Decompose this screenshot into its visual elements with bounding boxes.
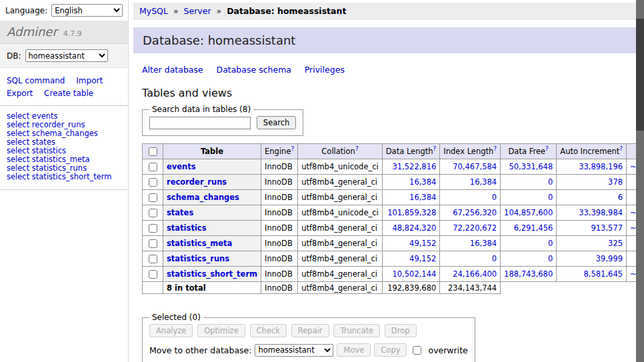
- table-name-link[interactable]: statistics_short_term: [167, 269, 257, 279]
- database-action-link[interactable]: Privileges: [305, 65, 345, 75]
- data-length-link[interactable]: 48,824,320: [392, 223, 436, 233]
- index-length-link[interactable]: 0: [492, 254, 497, 263]
- row-checkbox[interactable]: [149, 178, 157, 187]
- data-free-link[interactable]: 0: [548, 193, 553, 202]
- data-length-link[interactable]: 16,384: [409, 177, 436, 187]
- table-name-link[interactable]: statistics_runs: [167, 254, 229, 263]
- index-length-link[interactable]: 67,256,320: [453, 208, 497, 217]
- app-title-block: Adminer 4.7.9: [0, 21, 128, 44]
- auto-increment-link[interactable]: 378: [608, 177, 623, 187]
- data-free-link[interactable]: 0: [548, 177, 553, 187]
- data-length-link[interactable]: 101,859,328: [387, 208, 436, 217]
- data-free-link[interactable]: 0: [548, 239, 553, 248]
- sidebar-table-link[interactable]: select statistics_runs: [7, 163, 87, 173]
- data-length-link[interactable]: 10,502,144: [392, 269, 436, 279]
- sidebar-table-link[interactable]: select statistics: [7, 146, 66, 155]
- app-version: 4.7.9: [63, 29, 82, 38]
- database-action-link[interactable]: Database schema: [217, 65, 291, 75]
- sidebar-table-link[interactable]: select statistics_meta: [7, 155, 90, 164]
- table-name-link[interactable]: schema_changes: [167, 193, 239, 202]
- column-help-link[interactable]: ?: [355, 145, 359, 152]
- row-checkbox[interactable]: [149, 255, 157, 263]
- row-checkbox[interactable]: [149, 239, 157, 248]
- bulk-action-button[interactable]: Repair: [291, 324, 329, 337]
- sidebar-link-create-table[interactable]: Create table: [44, 89, 93, 98]
- column-header-label: Auto Increment: [560, 147, 619, 156]
- sidebar-table-link[interactable]: select states: [7, 137, 55, 147]
- bulk-action-button[interactable]: Analyze: [149, 324, 193, 337]
- table-name-link[interactable]: statistics: [167, 223, 207, 233]
- row-checkbox[interactable]: [149, 209, 157, 217]
- index-length-link[interactable]: 0: [492, 193, 497, 202]
- column-header-label: Collation: [321, 147, 355, 156]
- row-checkbox[interactable]: [149, 224, 157, 233]
- index-length-link[interactable]: 16,384: [470, 177, 497, 187]
- auto-increment-link[interactable]: 33,898,196: [579, 162, 623, 171]
- overwrite-checkbox[interactable]: [413, 346, 421, 355]
- breadcrumb-mysql-link[interactable]: MySQL: [139, 6, 168, 16]
- language-select[interactable]: English: [51, 4, 123, 17]
- sidebar-table-list: select events select recorder_runs selec…: [0, 106, 128, 190]
- index-length-link[interactable]: 16,384: [470, 239, 497, 248]
- sidebar-table-link[interactable]: select schema_changes: [7, 129, 98, 138]
- data-free-link[interactable]: 6,291,456: [514, 223, 553, 233]
- data-free-link[interactable]: 188,743,680: [504, 269, 553, 279]
- search-button[interactable]: Search: [257, 116, 297, 129]
- index-length-link[interactable]: 72,220,672: [453, 223, 497, 233]
- data-length-link[interactable]: 31,522,816: [392, 162, 436, 171]
- auto-increment-link[interactable]: 8,581,645: [584, 269, 623, 279]
- auto-increment-link[interactable]: 39,999: [596, 254, 623, 263]
- column-help-link[interactable]: ?: [619, 145, 623, 152]
- scrollbar-thumb[interactable]: [636, 19, 644, 131]
- bulk-action-button[interactable]: Check: [250, 324, 287, 337]
- table-name-link[interactable]: states: [167, 208, 193, 217]
- select-all-checkbox[interactable]: [149, 147, 157, 156]
- sidebar-link-export[interactable]: Export: [7, 89, 33, 98]
- bulk-action-button[interactable]: Truncate: [333, 324, 380, 337]
- db-select[interactable]: homeassistant: [25, 49, 108, 62]
- index-length-link[interactable]: 70,467,584: [453, 162, 497, 171]
- auto-increment-link[interactable]: 325: [608, 239, 623, 248]
- column-help-link[interactable]: ?: [545, 145, 549, 152]
- auto-increment-cell: 33,898,196: [557, 159, 627, 175]
- database-action-link[interactable]: Alter database: [142, 65, 203, 75]
- sidebar-link-import[interactable]: Import: [76, 76, 103, 85]
- column-help-link[interactable]: ?: [493, 145, 497, 152]
- column-help-link[interactable]: ?: [433, 145, 437, 152]
- data-length-link[interactable]: 49,152: [409, 254, 436, 263]
- auto-increment-link[interactable]: 913,577: [591, 223, 623, 233]
- sidebar-table-link[interactable]: select recorder_runs: [7, 120, 85, 129]
- search-input[interactable]: [149, 117, 251, 129]
- data-free-link[interactable]: 0: [548, 254, 553, 263]
- db-selector-row: DB: homeassistant: [0, 44, 128, 68]
- row-checkbox-cell: [143, 159, 163, 175]
- data-free-cell: 0: [501, 190, 557, 205]
- data-length-link[interactable]: 16,384: [409, 193, 436, 202]
- row-checkbox[interactable]: [149, 270, 157, 279]
- total-index-length-cell: 234,143,744: [440, 282, 501, 294]
- sidebar-table-link[interactable]: select events: [7, 111, 58, 121]
- move-db-select[interactable]: homeassistant: [255, 344, 333, 357]
- index-length-link[interactable]: 24,166,400: [453, 269, 497, 279]
- auto-increment-link[interactable]: 6: [618, 193, 623, 202]
- sidebar-link-sql-command[interactable]: SQL command: [7, 76, 65, 85]
- table-name-link[interactable]: recorder_runs: [167, 177, 227, 187]
- data-free-link[interactable]: 104,857,600: [504, 208, 553, 217]
- auto-increment-cell: 6: [557, 190, 627, 205]
- row-checkbox[interactable]: [149, 163, 157, 171]
- scrollbar[interactable]: [636, 0, 644, 362]
- index-length-cell: 0: [440, 190, 501, 205]
- copy-button[interactable]: Copy: [374, 343, 407, 357]
- move-button[interactable]: Move: [337, 343, 371, 357]
- sidebar-table-link[interactable]: select statistics_short_term: [7, 172, 111, 181]
- data-length-link[interactable]: 49,152: [409, 239, 436, 248]
- table-name-link[interactable]: events: [167, 162, 196, 171]
- breadcrumb-server-link[interactable]: Server: [184, 6, 211, 16]
- row-checkbox[interactable]: [149, 193, 157, 202]
- table-name-link[interactable]: statistics_meta: [167, 239, 232, 248]
- bulk-action-button[interactable]: Optimize: [197, 324, 245, 337]
- data-free-link[interactable]: 50,331,648: [509, 162, 553, 171]
- bulk-action-button[interactable]: Drop: [385, 324, 417, 337]
- auto-increment-link[interactable]: 33,398,984: [579, 208, 623, 217]
- column-help-link[interactable]: ?: [291, 145, 294, 152]
